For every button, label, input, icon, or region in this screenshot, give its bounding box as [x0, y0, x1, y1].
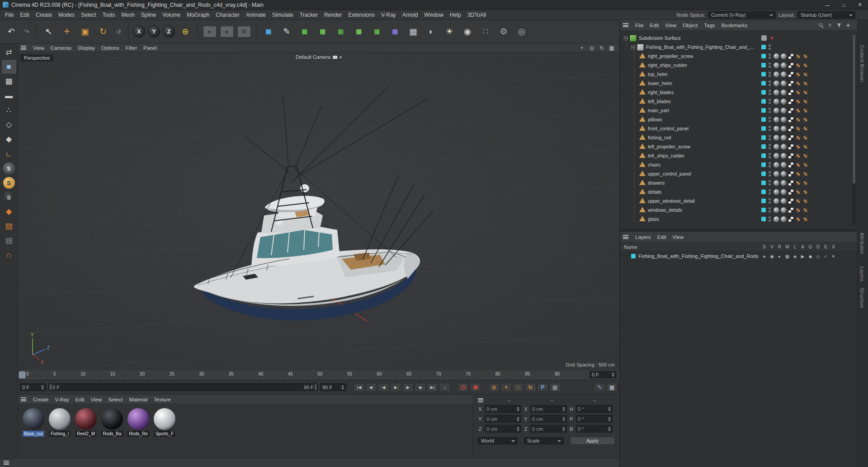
material-tag-icon[interactable]: [774, 126, 779, 132]
phong-tag-icon[interactable]: [781, 216, 787, 222]
tree-row-boat-parent[interactable]: Fishing_Boat_with_Fishing_Fighting_Chair…: [620, 43, 857, 52]
extrude-icon[interactable]: ■: [314, 22, 331, 42]
edges-mode-icon[interactable]: ◇: [2, 118, 16, 132]
play-sound-button[interactable]: ♪: [439, 383, 450, 392]
view-label[interactable]: Perspective: [20, 54, 54, 62]
layer-color-chip[interactable]: [761, 144, 766, 149]
selection-tag-icon[interactable]: [795, 198, 801, 204]
phong-tag-icon[interactable]: [781, 189, 787, 195]
uvw-tag-icon[interactable]: [788, 53, 794, 59]
menu-item[interactable]: Render: [321, 10, 345, 20]
collapse-icon[interactable]: [631, 45, 635, 49]
selection-tag-icon[interactable]: [802, 171, 808, 177]
phong-tag-icon[interactable]: [781, 153, 787, 159]
frame-number-field[interactable]: 0 F: [590, 371, 617, 378]
hamburger-menu-icon[interactable]: [623, 23, 628, 27]
material-item[interactable]: Base_cur: [22, 408, 45, 437]
node-space-dropdown[interactable]: Current (V-Ray): [708, 11, 776, 19]
hamburger-menu-icon[interactable]: [478, 398, 483, 402]
tree-row[interactable]: right_propeller_screw: [620, 52, 857, 61]
mode-dropdown[interactable]: Scale: [524, 437, 564, 444]
filter-icon[interactable]: [836, 23, 842, 28]
phong-tag-icon[interactable]: [781, 144, 787, 150]
coordinate-column-header[interactable]: --: [531, 397, 572, 403]
uvw-tag-icon[interactable]: [788, 216, 794, 222]
visibility-dots[interactable]: [769, 189, 771, 195]
uvw-tag-icon[interactable]: [788, 207, 794, 213]
polygons-mode-icon[interactable]: ◆: [2, 132, 16, 146]
phong-tag-icon[interactable]: [781, 162, 787, 168]
rotation-field[interactable]: 0 °: [576, 405, 613, 413]
size-field[interactable]: 0 cm: [530, 425, 567, 433]
selection-tag-icon[interactable]: [795, 53, 801, 59]
material-menu-item[interactable]: Texture: [151, 395, 174, 405]
search-icon[interactable]: [818, 23, 824, 28]
points-mode-icon[interactable]: ∴: [2, 103, 16, 117]
material-tag-icon[interactable]: [774, 53, 779, 59]
make-editable-icon[interactable]: ⇄: [2, 45, 16, 59]
menu-item[interactable]: Select: [78, 10, 99, 20]
deformers-icon[interactable]: ◇: [814, 254, 822, 259]
material-tag-icon[interactable]: [774, 198, 779, 204]
uvw-tag-icon[interactable]: [788, 162, 794, 168]
layout-dropdown[interactable]: Startup (User): [797, 11, 855, 19]
timeline-playhead[interactable]: [19, 372, 25, 378]
globe-icon[interactable]: ◎: [513, 22, 530, 42]
selection-tag-icon[interactable]: [802, 126, 808, 132]
selection-tag-icon[interactable]: [795, 153, 801, 159]
phong-tag-icon[interactable]: [781, 62, 787, 68]
record-rotation-icon[interactable]: ↻: [525, 383, 536, 392]
size-field[interactable]: 0 cm: [530, 415, 567, 423]
play-button[interactable]: ▶: [390, 383, 401, 392]
record-position-icon[interactable]: +: [500, 383, 512, 392]
undo-icon[interactable]: ↶: [3, 22, 20, 42]
material-tag-icon[interactable]: [774, 180, 779, 186]
uvw-tag-icon[interactable]: [788, 171, 794, 177]
path-up-icon[interactable]: [827, 23, 833, 28]
timeline-ruler[interactable]: 0 5 10 15 20 25 30 35 40 45 50 55: [18, 370, 619, 380]
visibility-dots[interactable]: [769, 44, 771, 50]
pan-view-icon[interactable]: +: [577, 44, 587, 52]
layer-color-chip[interactable]: [761, 190, 766, 194]
camera-label[interactable]: Default Camera: [296, 54, 342, 60]
maximize-button[interactable]: □: [835, 0, 852, 10]
next-frame-button[interactable]: ▶: [402, 383, 414, 392]
add-cube-icon[interactable]: ■: [260, 22, 277, 42]
phong-tag-icon[interactable]: [781, 207, 787, 213]
render-settings-icon[interactable]: ⚙: [237, 26, 251, 38]
tree-row[interactable]: left_propeller_screw: [620, 142, 857, 151]
paint-bucket-icon[interactable]: ◆: [2, 205, 16, 219]
menu-item[interactable]: Animate: [243, 10, 269, 20]
selection-tag-icon[interactable]: [802, 189, 808, 195]
hamburger-menu-icon[interactable]: [623, 235, 628, 239]
start-frame-field[interactable]: 0 F: [20, 383, 46, 391]
selection-tag-icon[interactable]: [802, 180, 808, 186]
viewport-menu-item[interactable]: Panel: [140, 43, 160, 52]
layer-color-chip[interactable]: [761, 135, 766, 140]
visibility-dots[interactable]: [769, 216, 771, 222]
visibility-dots[interactable]: [769, 153, 771, 158]
tree-row[interactable]: fishing_rod: [620, 133, 857, 142]
visibility-dots[interactable]: [769, 117, 771, 122]
phong-tag-icon[interactable]: [781, 99, 787, 105]
layer-color-chip[interactable]: [631, 254, 636, 258]
object-manager-menu-item[interactable]: View: [662, 20, 679, 31]
visibility-dots[interactable]: [769, 162, 771, 167]
uvw-tag-icon[interactable]: [788, 62, 794, 68]
goto-start-button[interactable]: |◀: [354, 383, 365, 392]
phong-tag-icon[interactable]: [781, 171, 787, 177]
selection-tag-icon[interactable]: [795, 171, 801, 177]
menu-item[interactable]: Character: [212, 10, 243, 20]
selection-tag-icon[interactable]: [795, 99, 801, 105]
selection-tag-icon[interactable]: [802, 144, 808, 150]
minimize-button[interactable]: —: [819, 0, 835, 10]
visibility-dots[interactable]: [769, 144, 771, 149]
scrollbar-track[interactable]: [852, 33, 856, 225]
material-tag-icon[interactable]: [774, 108, 779, 114]
subdivision-surface-icon[interactable]: ■: [296, 22, 313, 42]
tree-row[interactable]: right_blades: [620, 88, 857, 97]
material-menu-item[interactable]: Material: [126, 395, 151, 405]
move-tool-icon[interactable]: +: [58, 22, 75, 42]
camera-icon[interactable]: ◉: [459, 22, 476, 42]
menu-item[interactable]: Window: [421, 10, 447, 20]
